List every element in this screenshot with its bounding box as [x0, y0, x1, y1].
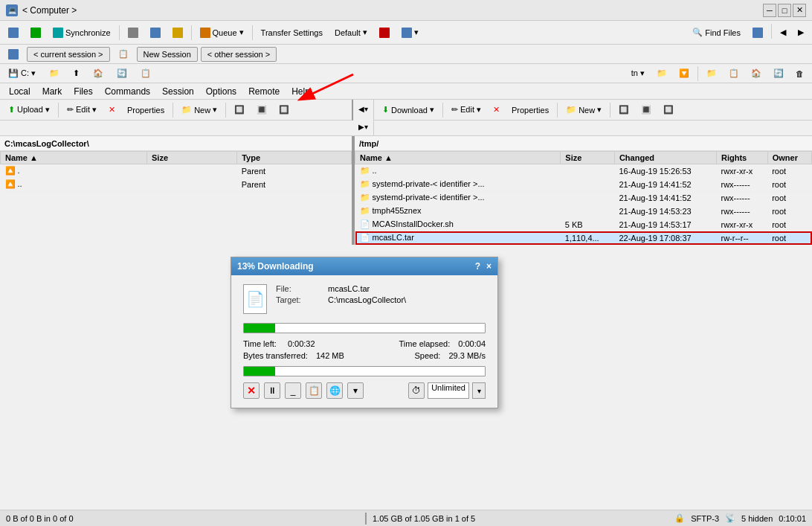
- time-left-group: Time left: 0:00:32: [243, 339, 315, 348]
- speed-control: ⏱ Unlimited ▾: [408, 382, 486, 399]
- dialog-file-icon: 📄: [243, 284, 267, 314]
- dialog-details: File: mcasLC.tar Target: C:\mcasLogColle…: [276, 284, 486, 307]
- dialog-help-button[interactable]: ?: [475, 261, 480, 272]
- dialog-actions: ✕ ⏸ _ 📋 🌐 ▾ ⏱ Unlimited ▾: [243, 382, 486, 399]
- dialog-target-label: Target:: [276, 295, 328, 304]
- dialog-title-text: 13% Downloading: [237, 261, 314, 272]
- download-dialog: 13% Downloading ? × 📄 File: mcasLC.tar T…: [231, 257, 498, 408]
- dialog-file-row: File: mcasLC.tar: [276, 284, 486, 293]
- dialog-file-label: File:: [276, 284, 328, 293]
- speed-group: Speed: 29.3 MB/s: [415, 351, 486, 360]
- dialog-cancel-button[interactable]: ✕: [243, 382, 260, 399]
- dialog-target-row: Target: C:\mcasLogCollector\: [276, 295, 486, 304]
- dialog-info: 📄 File: mcasLC.tar Target: C:\mcasLogCol…: [243, 284, 486, 314]
- progress-bar-inner-2: [244, 367, 275, 376]
- dialog-minimize-button[interactable]: _: [285, 382, 301, 399]
- dialog-body: 📄 File: mcasLC.tar Target: C:\mcasLogCol…: [231, 275, 497, 408]
- dialog-stats-row2: Bytes transferred: 142 MB Speed: 29.3 MB…: [243, 351, 486, 360]
- dialog-file-value: mcasLC.tar: [328, 284, 370, 293]
- dialog-pause-button[interactable]: ⏸: [264, 382, 280, 399]
- bytes-value: 142 MB: [316, 351, 344, 360]
- speed-select[interactable]: Unlimited: [428, 382, 469, 399]
- speed-icon: ⏱: [408, 382, 425, 399]
- time-elapsed-group: Time elapsed: 0:00:04: [399, 339, 486, 348]
- bytes-label: Bytes transferred:: [243, 351, 308, 360]
- time-left-label: Time left:: [243, 339, 277, 348]
- progress-bar-outer-2: [243, 366, 486, 376]
- bytes-group: Bytes transferred: 142 MB: [243, 351, 344, 360]
- dialog-net-dropdown[interactable]: ▾: [347, 382, 364, 399]
- speed-label: Speed:: [415, 351, 441, 360]
- dialog-controls: ? ×: [475, 261, 492, 272]
- speed-value: 29.3 MB/s: [448, 351, 486, 360]
- time-elapsed-label: Time elapsed:: [399, 339, 451, 348]
- dialog-overlay: 13% Downloading ? × 📄 File: mcasLC.tar T…: [0, 0, 812, 526]
- speed-dropdown[interactable]: ▾: [472, 382, 486, 399]
- dialog-target-value: C:\mcasLogCollector\: [328, 295, 406, 304]
- dialog-title-bar: 13% Downloading ? ×: [231, 257, 497, 275]
- dialog-copy-button[interactable]: 📋: [306, 382, 322, 399]
- dialog-stats-row1: Time left: 0:00:32 Time elapsed: 0:00:04: [243, 339, 486, 348]
- time-left-value: 0:00:32: [288, 339, 315, 348]
- time-elapsed-value: 0:00:04: [458, 339, 486, 348]
- dialog-net-button[interactable]: 🌐: [326, 382, 343, 399]
- dialog-close-button[interactable]: ×: [486, 261, 492, 272]
- progress-bar-inner: [244, 324, 275, 333]
- progress-bar-outer: [243, 323, 486, 333]
